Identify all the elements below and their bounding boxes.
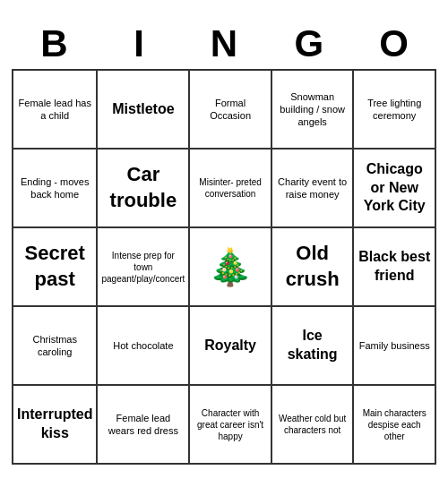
cell-21[interactable]: Female lead wears red dress (98, 386, 190, 465)
bingo-grid: Female lead has a childMistletoeFormal O… (12, 69, 436, 465)
cell-18[interactable]: Ice skating (272, 307, 355, 386)
cell-20[interactable]: Interrupted kiss (13, 386, 98, 465)
cell-22[interactable]: Character with great career isn't happy (190, 386, 272, 465)
letter-b: B (13, 22, 94, 65)
cell-2[interactable]: Formal Occasion (190, 71, 272, 150)
cell-3[interactable]: Snowman building / snow angels (272, 71, 355, 150)
cell-24[interactable]: Main characters despise each other (354, 386, 436, 465)
cell-6[interactable]: Car trouble (98, 150, 190, 228)
cell-7[interactable]: Misinter- preted conversation (190, 150, 272, 228)
cell-4[interactable]: Tree lighting ceremony (354, 71, 436, 150)
bingo-card: B I N G O Female lead has a childMistlet… (4, 15, 444, 472)
cell-23[interactable]: Weather cold but characters not (272, 386, 355, 465)
letter-i: I (99, 22, 179, 65)
cell-19[interactable]: Family business (354, 307, 436, 386)
letter-g: G (269, 22, 349, 65)
cell-12[interactable]: 🎄 (190, 228, 272, 307)
cell-5[interactable]: Ending - moves back home (13, 150, 98, 228)
cell-8[interactable]: Charity event to raise money (272, 150, 355, 228)
cell-14[interactable]: Black best friend (354, 228, 436, 307)
letter-n: N (184, 22, 264, 65)
bingo-header: B I N G O (12, 22, 436, 65)
cell-10[interactable]: Secret past (13, 228, 98, 307)
cell-1[interactable]: Mistletoe (98, 71, 190, 150)
cell-15[interactable]: Christmas caroling (13, 307, 98, 386)
letter-o: O (354, 22, 435, 65)
cell-13[interactable]: Old crush (272, 228, 355, 307)
cell-0[interactable]: Female lead has a child (13, 71, 98, 150)
cell-11[interactable]: Intense prep for town pageant/play/conce… (98, 228, 190, 307)
cell-17[interactable]: Royalty (190, 307, 272, 386)
cell-16[interactable]: Hot chocolate (98, 307, 190, 386)
cell-9[interactable]: Chicago or New York City (354, 150, 436, 228)
